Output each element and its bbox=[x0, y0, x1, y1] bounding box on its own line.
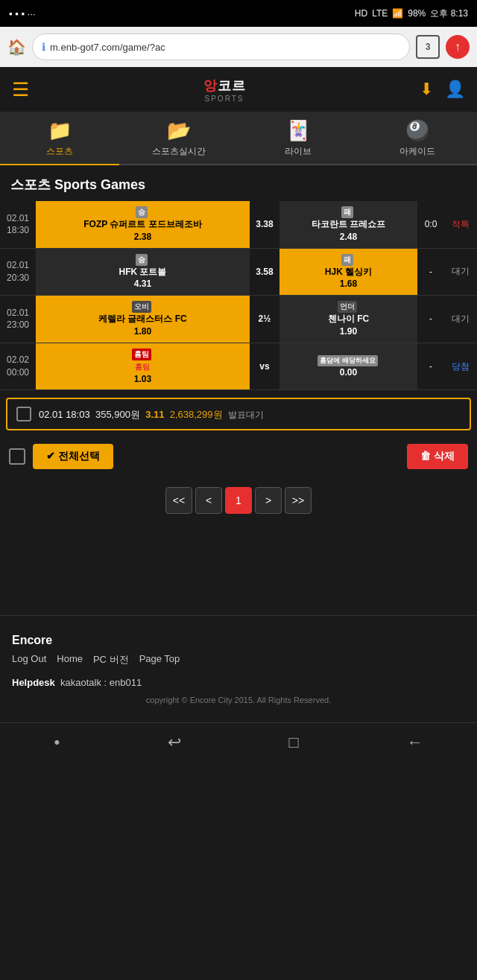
user-icon[interactable]: 👤 bbox=[445, 80, 465, 99]
bottom-dot-button[interactable]: • bbox=[54, 733, 60, 752]
team2-tag: 패 bbox=[341, 206, 353, 218]
game-status: 대기 bbox=[444, 248, 477, 296]
team2-name: HJK 헬싱키 bbox=[325, 267, 372, 277]
url-text: m.enb-got7.com/game/?ac bbox=[50, 42, 165, 53]
lte-label: LTE bbox=[372, 8, 388, 19]
footer-copyright: copyright © Encore City 2015. All Rights… bbox=[12, 696, 465, 704]
last-page-button[interactable]: >> bbox=[285, 487, 312, 514]
pagination: << < 1 > >> bbox=[0, 475, 477, 526]
team1-name: FOZP 슈퍼르트 포드브레조바 bbox=[83, 219, 201, 229]
hamburger-menu[interactable]: ☰ bbox=[12, 78, 29, 101]
team1-cell[interactable]: 승 HFK 포트볼 4.31 bbox=[36, 248, 250, 296]
live-tab-icon: 🃏 bbox=[286, 119, 310, 142]
table-row: 02.0118:30 승 FOZP 슈퍼르트 포드브레조바 2.38 3.38 … bbox=[0, 201, 477, 248]
tab-sports[interactable]: 📁 스포츠 bbox=[0, 112, 119, 165]
tab-arcade[interactable]: 🎱 아케이드 bbox=[358, 112, 477, 164]
live-sports-tab-icon: 📂 bbox=[167, 119, 191, 142]
bet-odds: 3.11 bbox=[145, 409, 164, 420]
prev-page-button[interactable]: < bbox=[195, 487, 222, 514]
team1-tag: 승 bbox=[136, 254, 148, 266]
footer-home-link[interactable]: Home bbox=[57, 653, 83, 666]
footer-links: Log Out Home PC 버전 Page Top bbox=[12, 653, 465, 666]
game-datetime: 02.0118:30 bbox=[0, 201, 36, 248]
footer-logout-link[interactable]: Log Out bbox=[12, 653, 46, 666]
team1-name: HFK 포트볼 bbox=[119, 267, 166, 277]
tab-counter[interactable]: 3 bbox=[416, 35, 440, 59]
refresh-button[interactable]: ↑ bbox=[446, 35, 470, 59]
bet-date: 02.01 18:03 bbox=[39, 409, 90, 420]
game-score: - bbox=[417, 296, 444, 343]
delete-button[interactable]: 🗑 삭제 bbox=[407, 444, 468, 469]
team2-tag: 패 bbox=[341, 254, 353, 266]
browser-home-button[interactable]: 🏠 bbox=[7, 38, 26, 56]
team2-cell[interactable]: 언더 첸나이 FC 1.90 bbox=[279, 296, 417, 343]
helpdesk-value: kakaotalk : enb011 bbox=[60, 677, 142, 688]
bottom-back-button[interactable]: ↩ bbox=[168, 733, 181, 752]
team1-odds: 2.38 bbox=[134, 232, 151, 242]
main-odds: 2½ bbox=[250, 296, 279, 343]
bet-slip: 02.01 18:03 355,900원 3.11 2,638,299원 발표대… bbox=[6, 398, 471, 430]
footer-page-top-link[interactable]: Page Top bbox=[139, 653, 180, 666]
current-page-button[interactable]: 1 bbox=[225, 487, 252, 514]
logo-text: 앙코르 bbox=[203, 77, 246, 95]
live-tab-label: 라이브 bbox=[285, 145, 312, 158]
footer-helpdesk: Helpdesk kakaotalk : enb011 bbox=[12, 677, 465, 688]
team2-odds: 0.00 bbox=[340, 367, 357, 378]
team1-cell[interactable]: 승 FOZP 슈퍼르트 포드브레조바 2.38 bbox=[36, 201, 250, 248]
team2-cell[interactable]: 패 타코란트 프레쇼프 2.48 bbox=[279, 201, 417, 248]
status-bar: ▪ ▪ ▪ ··· HD LTE 📶 98% 오후 8:13 bbox=[0, 0, 477, 27]
game-status: 당첨 bbox=[444, 343, 477, 390]
download-icon[interactable]: ⬇ bbox=[420, 80, 433, 99]
bet-slip-text: 02.01 18:03 355,900원 3.11 2,638,299원 발표대… bbox=[39, 407, 264, 422]
team1-odds: 1.80 bbox=[134, 326, 151, 337]
next-page-button[interactable]: > bbox=[255, 487, 282, 514]
battery-label: 98% bbox=[408, 8, 426, 19]
url-bar[interactable]: ℹ m.enb-got7.com/game/?ac bbox=[32, 34, 410, 60]
team2-cell[interactable]: 패 HJK 헬싱키 1.68 bbox=[279, 248, 417, 296]
table-row: 02.0120:30 승 HFK 포트볼 4.31 3.58 패 HJK 헬싱키… bbox=[0, 248, 477, 296]
games-table: 02.0118:30 승 FOZP 슈퍼르트 포드브레조바 2.38 3.38 … bbox=[0, 201, 477, 390]
bottom-nav: • ↩ □ ← bbox=[0, 722, 477, 761]
logo-sub: SPORTS bbox=[205, 95, 244, 103]
game-score: - bbox=[417, 343, 444, 390]
bottom-nav-back-button[interactable]: ← bbox=[407, 733, 423, 752]
game-datetime: 02.0120:30 bbox=[0, 248, 36, 296]
helpdesk-label: Helpdesk bbox=[12, 677, 55, 688]
first-page-button[interactable]: << bbox=[165, 487, 192, 514]
arcade-tab-icon: 🎱 bbox=[405, 119, 429, 142]
nav-tabs: 📁 스포츠 📂 스포츠실시간 🃏 라이브 🎱 아케이드 bbox=[0, 112, 477, 165]
team2-tag: 홈담에 배당하세요 bbox=[318, 355, 378, 366]
team2-name: 타코란트 프레쇼프 bbox=[312, 219, 385, 229]
header-icons: ⬇ 👤 bbox=[420, 80, 465, 99]
select-all-button[interactable]: ✔ 전체선택 bbox=[33, 444, 113, 469]
page-title: 스포츠 Sports Games bbox=[0, 165, 477, 201]
footer-pc-link[interactable]: PC 버전 bbox=[93, 653, 129, 666]
team2-name: 첸나이 FC bbox=[328, 314, 369, 324]
team1-tag: 승 bbox=[136, 206, 148, 218]
team1-odds: 1.03 bbox=[134, 374, 151, 384]
team1-cell[interactable]: 오비 케렐라 글래스터스 FC 1.80 bbox=[36, 296, 250, 343]
team1-cell[interactable]: 홈팀 홈팀 1.03 bbox=[36, 343, 250, 390]
live-sports-tab-label: 스포츠실시간 bbox=[152, 145, 206, 158]
table-row: 02.0200:00 홈팀 홈팀 1.03 vs 홈담에 배당하세요 0.00 … bbox=[0, 343, 477, 390]
bet-slip-checkbox[interactable] bbox=[16, 407, 31, 421]
footer-brand: Encore bbox=[12, 634, 465, 647]
team1-odds: 4.31 bbox=[134, 279, 151, 289]
game-score: 0:0 bbox=[417, 201, 444, 248]
app-header: ☰ 앙코르 SPORTS ⬇ 👤 bbox=[0, 67, 477, 112]
game-datetime: 02.0200:00 bbox=[0, 343, 36, 390]
bottom-home-button[interactable]: □ bbox=[289, 733, 299, 752]
footer: Encore Log Out Home PC 버전 Page Top Helpd… bbox=[0, 615, 477, 722]
bet-amount: 355,900원 bbox=[95, 409, 140, 420]
team2-cell[interactable]: 홈담에 배당하세요 0.00 bbox=[279, 343, 417, 390]
actions-row: ✔ 전체선택 🗑 삭제 bbox=[0, 438, 477, 475]
game-status: 적특 bbox=[444, 201, 477, 248]
tab-live-sports[interactable]: 📂 스포츠실시간 bbox=[119, 112, 238, 164]
app-icons: ▪ ▪ ▪ ··· bbox=[9, 8, 36, 19]
team2-tag: 언더 bbox=[338, 301, 357, 313]
hd-label: HD bbox=[355, 8, 367, 19]
sports-tab-label: 스포츠 bbox=[46, 145, 73, 158]
select-all-checkbox[interactable] bbox=[9, 448, 25, 465]
tab-live[interactable]: 🃏 라이브 bbox=[238, 112, 358, 164]
team1-tag: 홈팀 bbox=[132, 349, 151, 360]
